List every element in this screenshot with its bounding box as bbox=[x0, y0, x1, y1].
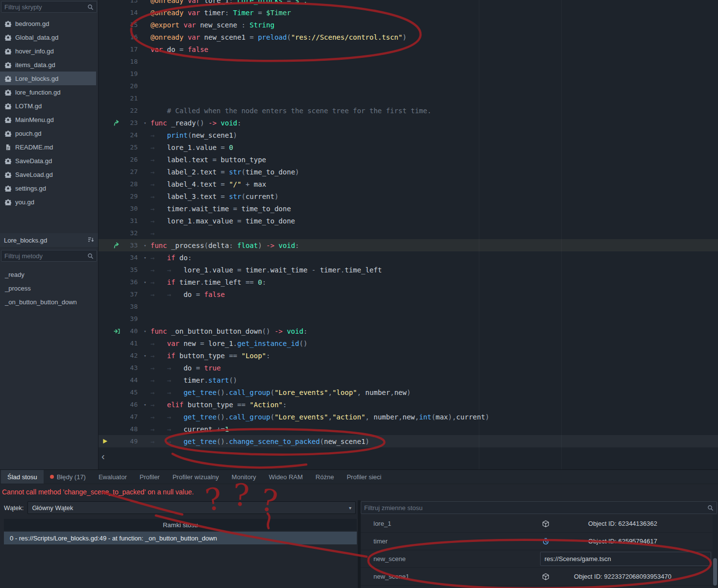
code-text[interactable]: → lore_1.value = 0 bbox=[150, 144, 718, 151]
panel-collapse-chevron[interactable]: ‹ bbox=[101, 451, 105, 462]
code-line-14[interactable]: 14@onready var timer: Timer = $Timer bbox=[99, 6, 718, 19]
code-text[interactable]: @onready var lore_1: Lore_blocks = $". bbox=[150, 0, 718, 4]
tab-lad-stosu[interactable]: Ślad stosu bbox=[1, 470, 44, 484]
code-line-38[interactable]: 38 bbox=[99, 300, 718, 313]
sidebar-item-readme-md[interactable]: README.md bbox=[0, 140, 96, 154]
code-line-37[interactable]: 37→ → do = false bbox=[99, 288, 718, 300]
code-line-35[interactable]: 35→ → lore_1.value = timer.wait_time - t… bbox=[99, 264, 718, 276]
code-text[interactable]: → → timer.start() bbox=[150, 376, 718, 384]
thread-dropdown[interactable]: Główny Wątek ▾ bbox=[27, 501, 356, 514]
tab-profiler-wizualny[interactable]: Profiler wizualny bbox=[166, 470, 225, 484]
sidebar-item-lore-function-gd[interactable]: lore_function.gd bbox=[0, 85, 96, 99]
fold-chevron-icon[interactable]: ▾ bbox=[140, 402, 150, 407]
code-text[interactable]: func _on_button_button_down() -> void: bbox=[150, 327, 718, 335]
tab-wideo-ram[interactable]: Wideo RAM bbox=[262, 470, 309, 484]
code-text[interactable]: func _ready() -> void: bbox=[150, 119, 718, 127]
fold-chevron-icon[interactable]: ▾ bbox=[140, 329, 150, 334]
code-text[interactable]: → label_4.text = "/" + max bbox=[150, 180, 718, 188]
tab-ewaluator[interactable]: Ewaluator bbox=[92, 470, 133, 484]
sidebar-item-lotm-gd[interactable]: LOTM.gd bbox=[0, 99, 96, 113]
method-item-process[interactable]: _process bbox=[0, 281, 98, 295]
code-line-19[interactable]: 19 bbox=[99, 68, 718, 80]
stack-vars-filter-input[interactable]: Filtruj zmienne stosu bbox=[361, 501, 717, 514]
vars-scrollbar[interactable] bbox=[713, 515, 718, 587]
code-line-45[interactable]: 45→ → get_tree().call_group("Lore_events… bbox=[99, 386, 718, 398]
code-line-27[interactable]: 27→ label_2.text = str(time_to_done) bbox=[99, 166, 718, 178]
tab-monitory[interactable]: Monitory bbox=[225, 470, 263, 484]
code-line-49[interactable]: 49→ → get_tree().change_scene_to_packed(… bbox=[99, 435, 718, 447]
code-text[interactable]: func _process(delta: float) -> void: bbox=[150, 242, 718, 249]
tab-profiler[interactable]: Profiler bbox=[133, 470, 166, 484]
vars-scrollbar-thumb[interactable] bbox=[713, 558, 717, 586]
code-text[interactable]: → timer.wait_time = time_to_done bbox=[150, 205, 718, 213]
code-text[interactable]: → → lore_1.value = timer.wait_time - tim… bbox=[150, 266, 718, 274]
code-line-18[interactable]: 18 bbox=[99, 55, 718, 68]
code-text[interactable]: → bbox=[150, 229, 718, 237]
code-line-36[interactable]: 36▾→ if timer.time_left == 0: bbox=[99, 276, 718, 288]
code-line-29[interactable]: 29→ label_3.text = str(current) bbox=[99, 190, 718, 202]
code-line-33[interactable]: 33▾func _process(delta: float) -> void: bbox=[99, 239, 718, 251]
code-line-21[interactable]: 21 bbox=[99, 92, 718, 104]
code-text[interactable]: → if do: bbox=[150, 254, 718, 262]
code-text[interactable]: # Called when the node enters the scene … bbox=[150, 107, 718, 115]
code-line-39[interactable]: 39 bbox=[99, 313, 718, 325]
sidebar-item-savedata-gd[interactable]: SaveData.gd bbox=[0, 154, 96, 168]
code-text[interactable]: var do = false bbox=[150, 46, 718, 53]
code-text[interactable]: → → current +=1 bbox=[150, 425, 718, 433]
fold-chevron-icon[interactable]: ▾ bbox=[140, 353, 150, 358]
code-text[interactable]: → → get_tree().change_scene_to_packed(ne… bbox=[150, 438, 718, 445]
code-line-13[interactable]: 13@onready var lore_1: Lore_blocks = $". bbox=[99, 0, 718, 6]
code-text[interactable]: → if timer.time_left == 0: bbox=[150, 278, 718, 286]
sidebar-item-items-data-gd[interactable]: items_data.gd bbox=[0, 58, 96, 72]
stack-var-row-new-scene1[interactable]: new_scene1Object ID: 9223372068093953470 bbox=[361, 568, 718, 586]
method-item-ready[interactable]: _ready bbox=[0, 268, 98, 281]
sidebar-item-global-data-gd[interactable]: Global_data.gd bbox=[0, 30, 96, 44]
code-text[interactable]: → elif button_type == "Action": bbox=[150, 401, 718, 409]
code-line-25[interactable]: 25→ lore_1.value = 0 bbox=[99, 141, 718, 153]
code-line-20[interactable]: 20 bbox=[99, 80, 718, 92]
sidebar-item-settings-gd[interactable]: settings.gd bbox=[0, 181, 96, 195]
code-editor[interactable]: 13@onready var lore_1: Lore_blocks = $".… bbox=[99, 0, 718, 469]
code-text[interactable]: → → get_tree().call_group("Lore_events",… bbox=[150, 413, 718, 421]
tab-b-dy-17[interactable]: Błędy (17) bbox=[44, 470, 92, 484]
code-text[interactable]: → → do = false bbox=[150, 291, 718, 298]
code-line-47[interactable]: 47→ → get_tree().call_group("Lore_events… bbox=[99, 411, 718, 423]
code-line-22[interactable]: 22 # Called when the node enters the sce… bbox=[99, 104, 718, 117]
code-line-24[interactable]: 24→ print(new_scene1) bbox=[99, 129, 718, 141]
code-line-42[interactable]: 42▾→ if button_type == "Loop": bbox=[99, 349, 718, 362]
sidebar-item-you-gd[interactable]: you.gd bbox=[0, 195, 96, 209]
code-line-48[interactable]: 48→ → current +=1 bbox=[99, 423, 718, 435]
code-line-44[interactable]: 44→ → timer.start() bbox=[99, 374, 718, 386]
code-text[interactable]: → lore_1.max_value = time_to_done bbox=[150, 217, 718, 225]
code-text[interactable]: → → get_tree().call_group("Lore_events",… bbox=[150, 389, 718, 396]
code-line-26[interactable]: 26→ label.text = button_type bbox=[99, 153, 718, 166]
code-line-28[interactable]: 28→ label_4.text = "/" + max bbox=[99, 178, 718, 190]
code-text[interactable]: @export var new_scene : String bbox=[150, 21, 718, 29]
code-text[interactable]: @onready var timer: Timer = $Timer bbox=[150, 9, 718, 17]
code-text[interactable]: → print(new_scene1) bbox=[150, 131, 718, 139]
sidebar-item-pouch-gd[interactable]: pouch.gd bbox=[0, 126, 96, 140]
code-line-30[interactable]: 30→ timer.wait_time = time_to_done bbox=[99, 202, 718, 215]
code-text[interactable]: → → do = true bbox=[150, 364, 718, 372]
fold-chevron-icon[interactable]: ▾ bbox=[140, 243, 150, 248]
tab-profiler-sieci[interactable]: Profiler sieci bbox=[340, 470, 388, 484]
code-text[interactable]: → if button_type == "Loop": bbox=[150, 352, 718, 360]
code-text[interactable]: → label.text = button_type bbox=[150, 156, 718, 164]
code-text[interactable]: → var new = lore_1.get_instance_id() bbox=[150, 340, 718, 347]
sidebar-item-lore-blocks-gd[interactable]: Lore_blocks.gd bbox=[0, 72, 96, 85]
code-line-32[interactable]: 32→ bbox=[99, 227, 718, 239]
tab-r-ne[interactable]: Różne bbox=[309, 470, 341, 484]
sidebar-item-hover-info-gd[interactable]: hover_info.gd bbox=[0, 44, 96, 58]
code-text[interactable]: @onready var new_scene1 = preload("res:/… bbox=[150, 33, 718, 41]
method-filter-input[interactable]: Filtruj metody bbox=[1, 250, 97, 262]
fold-chevron-icon[interactable]: ▾ bbox=[140, 280, 150, 285]
code-line-15[interactable]: 15@export var new_scene : String bbox=[99, 19, 718, 31]
sidebar-item-bedroom-gd[interactable]: bedroom.gd bbox=[0, 17, 96, 30]
sort-methods-icon[interactable] bbox=[87, 236, 94, 245]
code-line-23[interactable]: 23▾func _ready() -> void: bbox=[99, 117, 718, 129]
stack-var-row-timer[interactable]: timerObject ID: 62595794617 bbox=[361, 533, 718, 550]
code-line-41[interactable]: 41→ var new = lore_1.get_instance_id() bbox=[99, 337, 718, 349]
code-line-16[interactable]: 16@onready var new_scene1 = preload("res… bbox=[99, 31, 718, 43]
script-filter-input[interactable]: Filtruj skrypty bbox=[1, 1, 97, 13]
stack-frame-row[interactable]: 0 - res://Scripts/Lore_blocks.gd:49 - at… bbox=[4, 532, 357, 544]
